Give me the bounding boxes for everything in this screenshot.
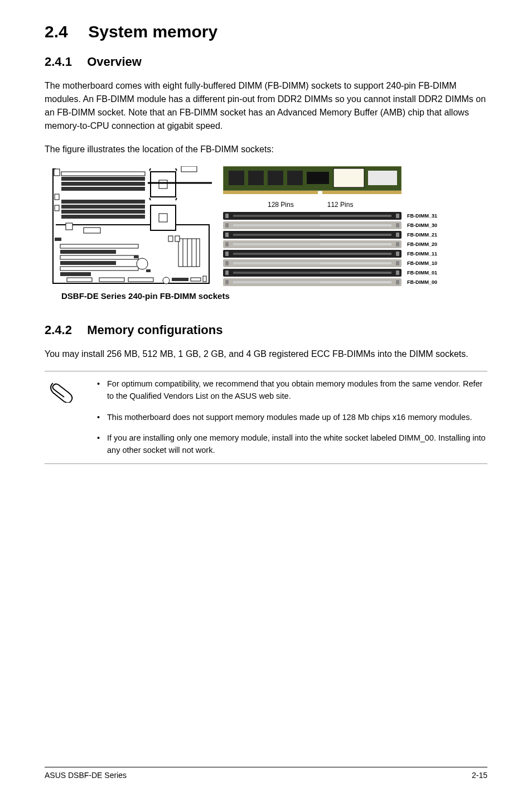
dimm-slot-bar bbox=[223, 269, 402, 277]
section-title-text: System memory bbox=[88, 22, 217, 41]
svg-rect-3 bbox=[61, 182, 145, 186]
dimm-side-diagram: 128 Pins 112 Pins FB-DIMM_31 FB-DIMM_30 … bbox=[223, 166, 487, 286]
slot-row: FB-DIMM_01 bbox=[223, 269, 487, 277]
svg-rect-34 bbox=[134, 255, 138, 258]
figure-container: 128 Pins 112 Pins FB-DIMM_31 FB-DIMM_30 … bbox=[45, 166, 487, 289]
subsection-heading: 2.4.1 Overview bbox=[45, 55, 487, 69]
note-block: For optimum compatibility, we recommend … bbox=[45, 371, 487, 464]
svg-rect-47 bbox=[229, 171, 244, 185]
svg-rect-10 bbox=[181, 166, 197, 172]
note-list: For optimum compatibility, we recommend … bbox=[95, 378, 487, 457]
svg-rect-17 bbox=[66, 223, 72, 230]
svg-rect-7 bbox=[55, 205, 59, 211]
note-item: This motherboard does not support memory… bbox=[95, 412, 487, 424]
svg-point-36 bbox=[163, 277, 170, 284]
svg-rect-22 bbox=[60, 255, 138, 259]
slot-row: FB-DIMM_20 bbox=[223, 240, 487, 248]
paperclip-icon bbox=[47, 380, 75, 403]
dimm-slot-bar bbox=[223, 221, 402, 229]
slot-row: FB-DIMM_30 bbox=[223, 221, 487, 229]
svg-rect-9 bbox=[159, 180, 167, 189]
slot-row: FB-DIMM_21 bbox=[223, 231, 487, 239]
svg-rect-31 bbox=[168, 236, 173, 241]
svg-rect-14 bbox=[61, 215, 145, 219]
pins-labels: 128 Pins 112 Pins bbox=[223, 201, 487, 209]
dimm-slot-bar bbox=[223, 278, 402, 286]
subsection-number: 2.4.1 bbox=[45, 55, 84, 69]
slot-row: FB-DIMM_11 bbox=[223, 250, 487, 258]
svg-rect-16 bbox=[159, 214, 167, 222]
svg-rect-32 bbox=[175, 236, 180, 241]
svg-rect-50 bbox=[287, 171, 303, 185]
svg-rect-23 bbox=[60, 261, 116, 265]
dimm-slot-bar bbox=[223, 212, 402, 220]
svg-rect-53 bbox=[368, 171, 397, 185]
overview-paragraph-1: The motherboard comes with eight fully-b… bbox=[45, 79, 487, 133]
overview-paragraph-2: The figure illustrates the location of t… bbox=[45, 143, 487, 156]
slot-label: FB-DIMM_01 bbox=[407, 270, 437, 276]
fb-dimm-module-image bbox=[223, 166, 487, 196]
svg-rect-25 bbox=[60, 272, 91, 276]
svg-rect-6 bbox=[55, 194, 59, 200]
memconfig-paragraph: You may install 256 MB, 512 MB, 1 GB, 2 … bbox=[45, 347, 487, 361]
slot-label: FB-DIMM_21 bbox=[407, 232, 437, 238]
slot-row: FB-DIMM_31 bbox=[223, 212, 487, 220]
svg-rect-48 bbox=[248, 171, 264, 185]
svg-rect-1 bbox=[61, 172, 145, 176]
svg-rect-39 bbox=[203, 276, 206, 282]
svg-rect-18 bbox=[84, 228, 100, 233]
svg-rect-35 bbox=[146, 269, 151, 272]
svg-point-33 bbox=[137, 258, 148, 269]
slot-label: FB-DIMM_11 bbox=[407, 251, 437, 257]
dimm-slot-bar bbox=[223, 250, 402, 258]
svg-rect-37 bbox=[172, 278, 188, 281]
subsection-heading: 2.4.2 Memory configurations bbox=[45, 323, 487, 337]
pins-label-1: 128 Pins bbox=[268, 201, 294, 209]
slot-row: FB-DIMM_10 bbox=[223, 259, 487, 267]
svg-rect-21 bbox=[60, 250, 116, 254]
svg-rect-24 bbox=[60, 267, 138, 270]
svg-rect-20 bbox=[60, 244, 138, 248]
page-footer: ASUS DSBF-DE Series 2-15 bbox=[45, 767, 487, 780]
slot-label: FB-DIMM_00 bbox=[407, 279, 437, 285]
note-icon-container bbox=[45, 378, 78, 457]
svg-rect-5 bbox=[54, 169, 60, 176]
svg-rect-2 bbox=[61, 177, 145, 181]
dimm-slot-bar bbox=[223, 240, 402, 248]
footer-right: 2-15 bbox=[472, 771, 487, 780]
svg-rect-40 bbox=[99, 278, 124, 282]
svg-rect-52 bbox=[333, 168, 364, 187]
figure-caption: DSBF-DE Series 240-pin FB-DIMM sockets bbox=[61, 291, 487, 301]
slot-label: FB-DIMM_20 bbox=[407, 241, 437, 247]
dimm-slot-bar bbox=[223, 259, 402, 267]
svg-rect-11 bbox=[61, 200, 145, 204]
svg-rect-41 bbox=[128, 278, 153, 282]
motherboard-diagram bbox=[45, 166, 212, 289]
section-number: 2.4 bbox=[45, 22, 84, 41]
note-item: If you are installing only one memory mo… bbox=[95, 432, 487, 457]
pins-label-2: 112 Pins bbox=[327, 201, 354, 209]
svg-rect-38 bbox=[191, 278, 201, 281]
footer-left: ASUS DSBF-DE Series bbox=[45, 771, 127, 780]
svg-rect-54 bbox=[223, 191, 318, 194]
subsection-number: 2.4.2 bbox=[45, 323, 84, 337]
svg-rect-19 bbox=[55, 238, 61, 241]
svg-rect-4 bbox=[61, 187, 145, 191]
slot-label: FB-DIMM_10 bbox=[407, 260, 437, 266]
dimm-slot-bar bbox=[223, 231, 402, 239]
slot-label: FB-DIMM_30 bbox=[407, 223, 437, 228]
svg-rect-51 bbox=[307, 172, 329, 184]
svg-rect-12 bbox=[61, 205, 145, 209]
svg-rect-13 bbox=[61, 210, 145, 214]
subsection-title-text: Overview bbox=[87, 55, 142, 69]
section-heading: 2.4 System memory bbox=[45, 22, 487, 41]
slot-row: FB-DIMM_00 bbox=[223, 278, 487, 286]
subsection-title-text: Memory configurations bbox=[87, 323, 223, 337]
svg-rect-42 bbox=[67, 278, 92, 282]
svg-rect-55 bbox=[322, 191, 402, 194]
note-item: For optimum compatibility, we recommend … bbox=[95, 378, 487, 403]
svg-rect-49 bbox=[268, 171, 283, 185]
dimm-slots-list: FB-DIMM_31 FB-DIMM_30 FB-DIMM_21 FB-DIMM… bbox=[223, 212, 487, 286]
slot-label: FB-DIMM_31 bbox=[407, 213, 437, 219]
